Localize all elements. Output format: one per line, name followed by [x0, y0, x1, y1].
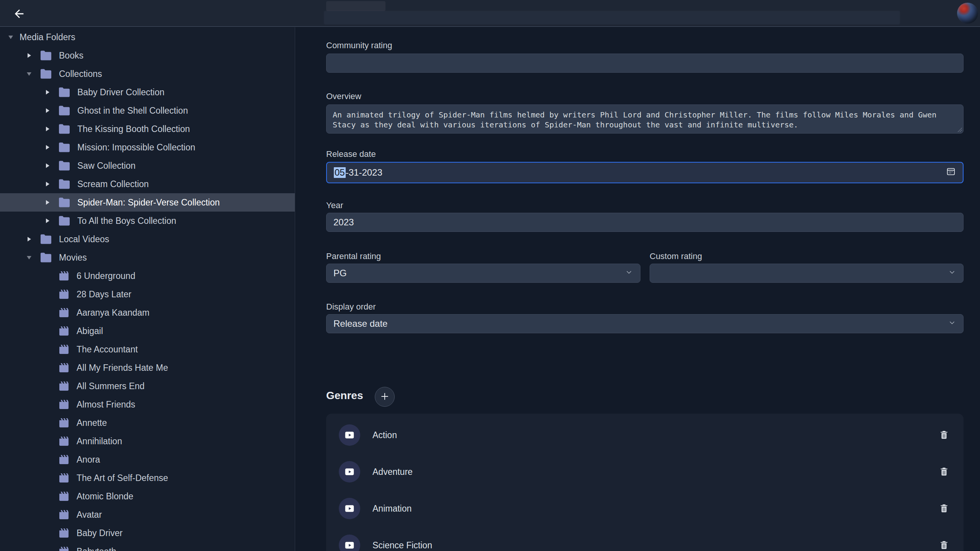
expand-arrow-icon[interactable]: [46, 90, 49, 95]
genre-row-adventure[interactable]: Adventure: [326, 461, 964, 483]
chevron-down-icon: [948, 268, 956, 279]
tree-item-books[interactable]: Books: [0, 46, 295, 65]
tree-item-anora[interactable]: Anora: [0, 450, 295, 469]
tree-item-the-kissing-booth-collection[interactable]: The Kissing Booth Collection: [0, 120, 295, 138]
trash-icon: [939, 466, 949, 478]
delete-genre-button[interactable]: [938, 540, 950, 551]
tree-item-label: Atomic Blonde: [77, 491, 133, 502]
genre-video-icon: [339, 498, 360, 519]
genres-list: ActionAdventureAnimationScience Fiction: [326, 414, 964, 551]
genre-row-science-fiction[interactable]: Science Fiction: [326, 535, 964, 551]
tree-item-6-underground[interactable]: 6 Underground: [0, 267, 295, 285]
genre-row-action[interactable]: Action: [326, 424, 964, 446]
folder-icon: [58, 197, 71, 208]
tree-item-label: Local Videos: [59, 234, 109, 245]
tree-item-baby-driver[interactable]: Baby Driver: [0, 524, 295, 542]
tree-item-baby-driver-collection[interactable]: Baby Driver Collection: [0, 83, 295, 101]
back-button[interactable]: [11, 7, 27, 22]
movie-icon: [58, 399, 70, 410]
movie-icon: [58, 454, 70, 465]
expand-arrow-icon[interactable]: [46, 182, 49, 186]
tree-item-scream-collection[interactable]: Scream Collection: [0, 175, 295, 193]
folder-icon: [58, 87, 71, 98]
tree-item-the-accountant[interactable]: The Accountant: [0, 340, 295, 359]
release-date-input[interactable]: 05-31-2023: [326, 162, 964, 183]
tree-item-collections[interactable]: Collections: [0, 65, 295, 83]
expand-arrow-icon[interactable]: [46, 145, 49, 150]
expand-arrow-icon[interactable]: [28, 237, 31, 241]
movie-icon: [58, 509, 70, 520]
tree-item-movies[interactable]: Movies: [0, 248, 295, 267]
folder-icon: [58, 142, 71, 153]
folder-icon: [58, 105, 71, 116]
tree-item-label: Books: [59, 51, 83, 61]
collapse-arrow-icon[interactable]: [27, 72, 31, 76]
media-folders-tree: Media FoldersBooksCollectionsBaby Driver…: [0, 27, 295, 551]
collapse-arrow-icon[interactable]: [27, 256, 31, 259]
tree-item-local-videos[interactable]: Local Videos: [0, 230, 295, 248]
tree-item-aaranya-kaandam[interactable]: Aaranya Kaandam: [0, 303, 295, 322]
movie-icon: [58, 289, 70, 300]
tree-item-abigail[interactable]: Abigail: [0, 322, 295, 340]
tree-item-babyteeth[interactable]: Babyteeth: [0, 542, 295, 551]
movie-icon: [58, 491, 70, 502]
scrolled-content-ghost: [324, 11, 900, 24]
tree-item-mission-impossible-collection[interactable]: Mission: Impossible Collection: [0, 138, 295, 156]
expand-arrow-icon[interactable]: [46, 200, 49, 205]
genres-heading: Genres: [326, 390, 363, 402]
tree-item-label: Anora: [77, 455, 100, 465]
folder-icon: [39, 234, 52, 245]
expand-arrow-icon[interactable]: [46, 127, 49, 131]
chevron-down-icon: [625, 268, 633, 279]
expand-arrow-icon[interactable]: [46, 163, 49, 168]
movie-icon: [58, 270, 70, 282]
expand-arrow-icon[interactable]: [46, 218, 49, 223]
parental-rating-select[interactable]: PG: [326, 264, 640, 283]
genre-row-animation[interactable]: Animation: [326, 498, 964, 519]
tree-item-ghost-in-the-shell-collection[interactable]: Ghost in the Shell Collection: [0, 101, 295, 120]
calendar-icon[interactable]: [946, 166, 956, 179]
tree-item-avatar[interactable]: Avatar: [0, 505, 295, 524]
community-rating-input[interactable]: [326, 54, 964, 73]
tree-item-annette[interactable]: Annette: [0, 414, 295, 432]
add-genre-button[interactable]: [375, 387, 395, 407]
delete-genre-button[interactable]: [938, 429, 950, 441]
textarea-resize-handle[interactable]: [957, 127, 962, 132]
year-label: Year: [326, 201, 343, 210]
tree-item-to-all-the-boys-collection[interactable]: To All the Boys Collection: [0, 212, 295, 230]
genre-name: Action: [372, 430, 397, 440]
tree-item-spider-man-spider-verse-collection[interactable]: Spider-Man: Spider-Verse Collection: [0, 193, 295, 212]
tree-item-label: All Summers End: [77, 381, 145, 391]
overview-text: An animated trilogy of Spider-Man films …: [333, 110, 936, 129]
tree-item-label: The Kissing Booth Collection: [77, 124, 190, 134]
tree-item-media-folders[interactable]: Media Folders: [0, 28, 295, 46]
delete-genre-button[interactable]: [938, 503, 950, 514]
expand-arrow-icon[interactable]: [28, 53, 31, 58]
tree-item-all-summers-end[interactable]: All Summers End: [0, 377, 295, 395]
movie-icon: [58, 344, 70, 355]
tree-item-label: Abigail: [77, 326, 103, 336]
tree-item-28-days-later[interactable]: 28 Days Later: [0, 285, 295, 303]
tree-item-almost-friends[interactable]: Almost Friends: [0, 395, 295, 414]
metadata-editor-page: Media FoldersBooksCollectionsBaby Driver…: [0, 0, 980, 551]
folder-icon: [39, 50, 52, 61]
tree-item-label: Babyteeth: [77, 546, 116, 551]
tree-item-atomic-blonde[interactable]: Atomic Blonde: [0, 487, 295, 505]
expand-arrow-icon[interactable]: [46, 108, 49, 113]
folder-icon: [58, 160, 71, 171]
display-order-select[interactable]: Release date: [326, 314, 964, 333]
collapse-arrow-icon[interactable]: [8, 36, 13, 39]
tree-item-all-my-friends-hate-me[interactable]: All My Friends Hate Me: [0, 359, 295, 377]
user-avatar[interactable]: [957, 3, 978, 24]
movie-icon: [58, 435, 70, 447]
tree-item-annihilation[interactable]: Annihilation: [0, 432, 295, 450]
tree-item-saw-collection[interactable]: Saw Collection: [0, 156, 295, 175]
folder-icon: [39, 252, 52, 263]
custom-rating-select[interactable]: [650, 264, 964, 283]
overview-textarea[interactable]: An animated trilogy of Spider-Man films …: [326, 104, 964, 134]
genre-name: Science Fiction: [372, 540, 432, 551]
delete-genre-button[interactable]: [938, 466, 950, 478]
tree-item-the-art-of-self-defense[interactable]: The Art of Self-Defense: [0, 469, 295, 487]
folder-icon: [58, 124, 71, 134]
year-input[interactable]: 2023: [326, 213, 964, 232]
